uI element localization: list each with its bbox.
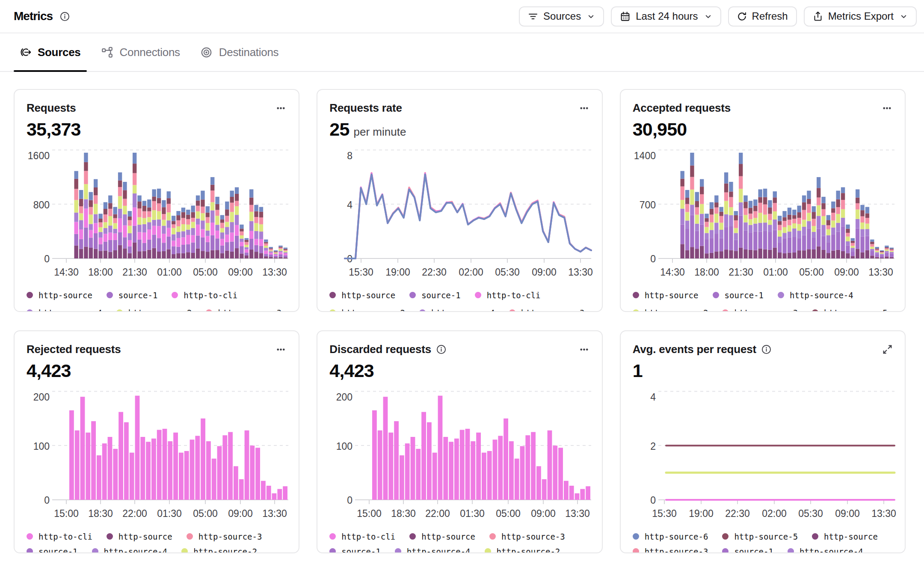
legend-dot [713, 292, 719, 298]
sources-icon [20, 47, 31, 58]
tab-sources[interactable]: Sources [14, 33, 87, 71]
metrics-export-label: Metrics Export [828, 10, 894, 22]
y-axis-label: 200 [33, 392, 50, 403]
card-menu-icon[interactable] [275, 344, 287, 355]
legend-dot [722, 548, 729, 553]
legend-label: source-1 [118, 291, 158, 300]
legend-label: http-source-2 [128, 308, 192, 312]
y-axis-label: 200 [336, 392, 352, 403]
legend-dot [187, 533, 193, 540]
legend-item-source-1[interactable]: source-1 [329, 546, 381, 553]
x-axis-label: 13:30 [566, 508, 590, 519]
legend-item-http-source-5[interactable]: http-source-5 [812, 307, 888, 312]
legend-item-http-source-6[interactable]: http-source-6 [633, 531, 708, 542]
card-menu-icon[interactable] [275, 102, 287, 114]
x-axis-label: 14:30 [660, 267, 685, 278]
tab-destinations[interactable]: Destinations [195, 33, 284, 71]
legend-dot [107, 292, 113, 298]
legend-item-http-source-3[interactable]: http-source-3 [489, 531, 565, 542]
legend-item-http-source-4[interactable]: http-source-4 [92, 546, 168, 553]
legend-item-http-source[interactable]: http-source [633, 289, 699, 301]
series-line-http-source-3 [345, 173, 591, 258]
legend-dot [633, 292, 639, 298]
x-axis-label: 15:00 [357, 508, 382, 519]
legend-dot [788, 548, 794, 553]
legend-item-http-source-4[interactable]: http-source-4 [395, 546, 471, 553]
legend-item-http-source[interactable]: http-source [27, 289, 92, 301]
legend-item-http-to-cli[interactable]: http-to-cli [329, 531, 395, 542]
legend-item-http-source-4[interactable]: http-source-4 [778, 289, 853, 301]
time-range-button[interactable]: Last 24 hours [611, 6, 721, 27]
legend-item-http-source[interactable]: http-source [812, 531, 878, 542]
info-icon[interactable] [761, 344, 771, 354]
destinations-icon [201, 47, 212, 58]
legend-item-source-1[interactable]: source-1 [27, 546, 78, 553]
x-axis-label: 05:00 [799, 267, 824, 278]
card-title: Requests [27, 101, 76, 115]
card-title: Rejected requests [27, 343, 121, 356]
legend-item-http-source-3[interactable]: http-source-3 [206, 307, 281, 312]
legend-item-http-source-3[interactable]: http-source-3 [722, 307, 798, 312]
legend-item-http-source-2[interactable]: http-source-2 [485, 546, 560, 553]
legend-item-http-source-5[interactable]: http-source-5 [722, 531, 798, 542]
legend-item-source-1[interactable]: source-1 [107, 289, 158, 301]
info-icon[interactable] [60, 12, 70, 21]
x-axis-label: 09:00 [228, 508, 253, 519]
legend-item-source-1[interactable]: source-1 [713, 289, 764, 301]
legend-item-source-1[interactable]: source-1 [722, 546, 773, 553]
x-axis-label: 22:00 [426, 508, 450, 519]
legend-item-http-to-cli[interactable]: http-to-cli [475, 289, 541, 301]
legend-item-http-source-3[interactable]: http-source-3 [187, 531, 262, 542]
legend-item-http-source-2[interactable]: http-source-2 [329, 307, 405, 312]
legend-item-http-source-4[interactable]: http-source-4 [27, 307, 102, 312]
card-value-unit: per minute [354, 125, 406, 139]
metric-card-rejected-requests: Rejected requests 4,423 010020015:0018:3… [14, 330, 299, 553]
metric-card-avg-events-per-request: Avg. events per request 1 02415:3019:002… [620, 330, 906, 553]
legend-label: http-source [341, 291, 395, 300]
card-expand-icon[interactable] [882, 344, 893, 355]
card-legend: http-sourcesource-1http-to-clihttp-sourc… [329, 289, 589, 312]
info-icon[interactable] [436, 344, 446, 354]
legend-label: http-source [645, 291, 699, 300]
card-menu-icon[interactable] [578, 344, 590, 355]
x-axis-label: 02:00 [762, 508, 787, 519]
legend-item-http-source-2[interactable]: http-source-2 [116, 307, 192, 312]
legend-item-http-source-4[interactable]: http-source-4 [788, 546, 863, 553]
legend-label: http-source [824, 532, 878, 541]
legend-item-source-1[interactable]: source-1 [409, 289, 461, 301]
legend-label: http-source-4 [431, 308, 495, 312]
legend-label: http-source-6 [645, 532, 708, 541]
tab-connections[interactable]: Connections [95, 33, 186, 71]
legend-item-http-source-2[interactable]: http-source-2 [181, 546, 257, 553]
tab-destinations-label: Destinations [219, 46, 278, 59]
legend-item-http-source[interactable]: http-source [329, 289, 395, 301]
y-axis-label: 1400 [634, 150, 655, 161]
legend-dot [181, 548, 188, 553]
bars-layer [372, 396, 590, 500]
legend-item-http-source-3[interactable]: http-source-3 [509, 307, 585, 312]
legend-item-http-source-3[interactable]: http-source-3 [633, 546, 708, 553]
legend-label: http-source-2 [645, 308, 708, 312]
legend-item-http-source-2[interactable]: http-source-2 [633, 307, 708, 312]
x-axis-label: 05:30 [798, 508, 823, 519]
legend-dot [778, 292, 784, 298]
legend-dot [329, 533, 336, 540]
legend-item-http-source[interactable]: http-source [107, 531, 172, 542]
card-menu-icon[interactable] [578, 102, 590, 114]
legend-item-http-to-cli[interactable]: http-to-cli [172, 289, 237, 301]
card-legend: http-sourcesource-1http-to-clihttp-sourc… [27, 289, 287, 312]
x-axis-label: 09:00 [532, 267, 557, 278]
legend-label: http-source-3 [198, 532, 262, 541]
sources-filter-button[interactable]: Sources [519, 6, 604, 27]
card-menu-icon[interactable] [881, 102, 893, 114]
metrics-export-button[interactable]: Metrics Export [804, 6, 917, 27]
legend-item-http-to-cli[interactable]: http-to-cli [27, 531, 92, 542]
legend-dot [812, 309, 818, 312]
refresh-button[interactable]: Refresh [728, 6, 797, 27]
legend-item-http-source[interactable]: http-source [409, 531, 475, 542]
legend-item-http-source-4[interactable]: http-source-4 [419, 307, 495, 312]
legend-label: http-to-cli [341, 532, 395, 541]
legend-label: http-source [421, 532, 475, 541]
legend-dot [409, 292, 416, 298]
metrics-tabs: Sources Connections Destinations [0, 33, 924, 72]
